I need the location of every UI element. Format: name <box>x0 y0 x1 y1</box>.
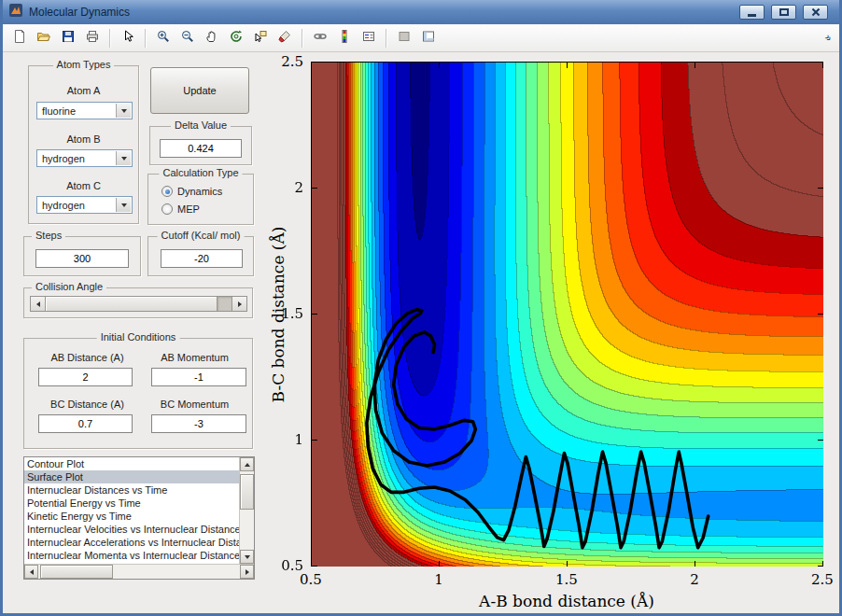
open-file-button[interactable] <box>32 27 55 49</box>
list-item[interactable]: Internuclear Momenta vs Internuclear Dis… <box>24 549 239 562</box>
pes-axes[interactable] <box>311 62 822 566</box>
cutoff-title: Cutoff (Kcal/ mol) <box>158 230 245 241</box>
slider-track[interactable] <box>218 297 232 311</box>
bc-distance-label: BC Distance (A) <box>34 399 141 410</box>
zoom-in-button[interactable] <box>151 27 175 49</box>
rotate-3d-button[interactable] <box>224 27 247 49</box>
close-button[interactable] <box>803 5 828 20</box>
floppy-disk-icon <box>61 29 76 48</box>
chevron-down-icon <box>121 157 127 161</box>
tick-mark <box>818 566 823 567</box>
print-figure-button[interactable] <box>80 27 104 49</box>
maximize-button[interactable] <box>771 5 796 20</box>
tick-mark <box>439 63 440 68</box>
open-folder-icon <box>36 29 51 48</box>
steps-panel: Steps <box>23 236 141 276</box>
dropdown-arrow-button[interactable] <box>116 151 131 165</box>
atom-b-label: Atom B <box>29 133 138 145</box>
scroll-down-button[interactable] <box>240 550 254 564</box>
scroll-left-button[interactable] <box>24 565 38 579</box>
chevron-down-icon <box>121 203 127 207</box>
minimize-button[interactable] <box>739 5 765 20</box>
dropdown-arrow-button[interactable] <box>116 104 131 118</box>
hide-plot-tools-icon <box>397 29 412 48</box>
hide-plot-tools-button[interactable] <box>392 27 415 49</box>
atom-c-label: Atom C <box>29 180 138 191</box>
slider-right-arrow[interactable] <box>232 297 246 311</box>
bc-distance-field[interactable] <box>38 414 133 433</box>
atom-types-panel: Atom Types Atom A fluorine Atom B hydrog… <box>28 65 139 224</box>
atom-b-value: hydrogen <box>42 153 85 164</box>
insert-colorbar-button[interactable] <box>332 27 356 49</box>
list-item[interactable]: Kinetic Energy vs Time <box>24 510 239 523</box>
pan-button[interactable] <box>200 27 223 49</box>
rotate-3d-icon <box>229 29 244 48</box>
scroll-up-button[interactable] <box>240 457 254 471</box>
collision-angle-slider[interactable] <box>30 296 247 312</box>
bc-momentum-field[interactable] <box>151 414 246 433</box>
scroll-right-button[interactable] <box>240 565 254 579</box>
zoom-out-icon <box>180 29 195 48</box>
tick-mark <box>818 314 823 315</box>
cutoff-panel: Cutoff (Kcal/ mol) <box>147 236 254 276</box>
delta-value-title: Delta Value <box>171 119 231 131</box>
arrow-right-icon <box>246 569 249 575</box>
atom-a-dropdown[interactable]: fluorine <box>36 102 133 119</box>
title-bar[interactable]: Molecular Dynamics <box>3 0 839 24</box>
cutoff-field[interactable] <box>161 249 243 268</box>
steps-field[interactable] <box>35 249 129 268</box>
ab-momentum-label: AB Momentum <box>146 352 244 363</box>
delta-value-field[interactable] <box>160 139 242 158</box>
insert-legend-button[interactable] <box>357 27 380 49</box>
pes-contour-canvas[interactable] <box>312 63 823 567</box>
tick-mark <box>312 440 317 441</box>
dropdown-arrow-button[interactable] <box>116 198 131 212</box>
horizontal-scroll-thumb[interactable] <box>40 565 113 579</box>
y-tick-label: 2.5 <box>264 53 303 70</box>
update-button[interactable]: Update <box>150 67 249 114</box>
slider-thumb[interactable] <box>46 297 218 311</box>
dynamics-radio[interactable] <box>161 186 173 197</box>
tick-mark <box>695 561 695 567</box>
slider-left-arrow[interactable] <box>31 297 46 311</box>
vertical-scroll-thumb[interactable] <box>240 474 254 510</box>
list-item[interactable]: Internuclear Velocities vs Internuclear … <box>24 523 239 536</box>
list-item[interactable]: Surface Plot <box>24 470 239 483</box>
tick-mark <box>695 63 695 68</box>
listbox-vertical-scrollbar[interactable] <box>239 457 254 564</box>
x-axis-label: A-B bond distance (Å) <box>311 592 822 610</box>
brush-data-button[interactable] <box>273 27 296 49</box>
list-item[interactable]: Internuclear Distances vs Time <box>24 483 239 497</box>
plot-type-listbox[interactable]: Contour PlotSurface PlotInternuclear Dis… <box>23 456 255 580</box>
tick-mark <box>312 566 317 567</box>
listbox-horizontal-scrollbar[interactable] <box>24 564 254 579</box>
window-title: Molecular Dynamics <box>29 6 130 19</box>
bc-momentum-label: BC Momentum <box>146 399 244 410</box>
y-tick-label: 1 <box>264 431 303 448</box>
new-figure-button[interactable] <box>7 27 31 49</box>
link-plot-button[interactable] <box>308 27 331 49</box>
atom-b-dropdown[interactable]: hydrogen <box>36 149 133 167</box>
tick-mark <box>312 62 317 63</box>
data-cursor-button[interactable] <box>248 27 272 49</box>
ab-distance-field[interactable] <box>38 368 133 386</box>
atom-c-dropdown[interactable]: hydrogen <box>36 196 133 214</box>
edit-plot-button[interactable] <box>116 27 139 49</box>
atom-types-title: Atom Types <box>53 59 115 70</box>
data-cursor-icon <box>253 29 268 48</box>
new-figure-icon <box>12 29 27 48</box>
ab-momentum-field[interactable] <box>151 368 246 386</box>
matlab-figure-icon <box>8 3 23 21</box>
figure-toolbar: » <box>3 24 839 52</box>
list-item[interactable]: Internuclear Accelerations vs Internucle… <box>24 536 239 549</box>
x-tick-label: 1.5 <box>548 571 585 588</box>
zoom-in-icon <box>156 29 171 48</box>
toolbar-overflow-icon[interactable]: » <box>823 32 835 44</box>
chevron-down-icon <box>121 109 127 113</box>
list-item[interactable]: Potential Energy vs Time <box>24 497 239 510</box>
mep-radio[interactable] <box>161 203 173 215</box>
show-plot-tools-button[interactable] <box>416 27 440 49</box>
list-item[interactable]: Contour Plot <box>24 457 239 470</box>
save-figure-button[interactable] <box>56 27 79 49</box>
zoom-out-button[interactable] <box>175 27 199 49</box>
